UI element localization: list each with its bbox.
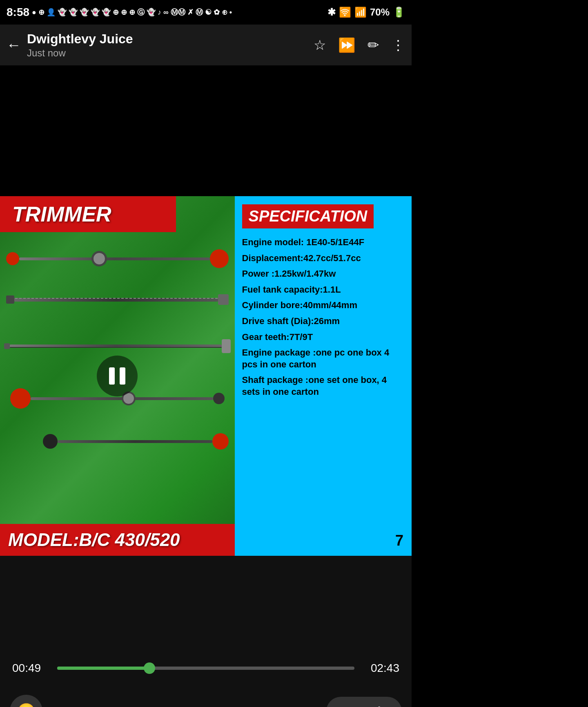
spec-item-6: Drive shaft (Dia):26mm [242, 315, 404, 327]
below-video-space [0, 556, 412, 646]
status-right-icons: ✱ 🛜 📶 70% 🔋 [327, 7, 405, 18]
reply-icon: ↩ [341, 704, 351, 707]
progress-fill [57, 667, 149, 670]
progress-bar-area[interactable]: 00:49 02:43 [0, 646, 412, 691]
spec-item-4: Fuel tank capacity:1.1L [242, 284, 404, 296]
pause-icon [109, 367, 125, 385]
emoji-icon: 😊 [17, 703, 36, 707]
spec-page-number: 7 [395, 532, 403, 549]
spec-title-box: SPECIFICATION [242, 204, 374, 228]
current-time: 00:49 [12, 662, 49, 675]
more-icon[interactable]: ⋮ [391, 37, 405, 53]
emoji-button[interactable]: 😊 [10, 695, 42, 707]
spec-item-7: Gear teeth:7T/9T [242, 331, 404, 343]
video-player[interactable]: TRIMMER [0, 196, 412, 556]
status-icons: ● ⊕ 👤 👻 👻 👻 👻 👻 ⊕ ⊕ ⊕ Ⓖ 👻 ♪ ∞ ⓂⓂ ✗ Ⓜ ☯ ✿… [32, 7, 232, 17]
edit-icon[interactable]: ✏ [368, 37, 379, 53]
battery-level: 70% [370, 7, 390, 18]
model-label: MODEL:B/C 430/520 [8, 530, 180, 550]
total-time: 02:43 [363, 662, 399, 675]
wifi-icon: 🛜 [339, 7, 351, 18]
reply-label: Reply [356, 705, 387, 707]
header: ← Dwightlevy Juice Just now ☆ ⏩ ✏ ⋮ [0, 25, 412, 65]
forward-icon[interactable]: ⏩ [338, 37, 355, 53]
contact-info: Dwightlevy Juice Just now [27, 31, 314, 59]
spec-item-2: Displacement:42.7cc/51.7cc [242, 253, 404, 264]
signal-icon: 📶 [354, 7, 367, 18]
video-right-panel: SPECIFICATION Engine model: 1E40-5/1E44F… [235, 196, 412, 556]
video-left-panel: TRIMMER [0, 196, 235, 556]
pause-button[interactable] [97, 356, 138, 396]
status-time: 8:58 [7, 6, 29, 19]
spec-title: SPECIFICATION [249, 208, 368, 225]
spec-item-8: Engine package :one pc one box 4 pcs in … [242, 347, 404, 370]
contact-name: Dwightlevy Juice [27, 31, 314, 47]
progress-track[interactable] [57, 667, 354, 670]
action-bar: 😊 ↩ Reply [0, 691, 412, 707]
bluetooth-icon: ✱ [327, 7, 336, 18]
progress-thumb[interactable] [144, 662, 155, 674]
trimmer-title: TRIMMER [12, 202, 111, 226]
spec-item-9: Shaft package :one set one box, 4 sets i… [242, 374, 404, 398]
trimmer-title-box: TRIMMER [0, 196, 176, 232]
back-button[interactable]: ← [7, 36, 21, 54]
black-space-above [0, 65, 412, 196]
reply-button[interactable]: ↩ Reply [326, 697, 402, 707]
battery-icon: 🔋 [393, 7, 405, 18]
model-label-box: MODEL:B/C 430/520 [0, 524, 235, 556]
spec-item-1: Engine model: 1E40-5/1E44F [242, 237, 404, 248]
spec-list: Engine model: 1E40-5/1E44F Displacement:… [242, 237, 404, 398]
header-actions: ☆ ⏩ ✏ ⋮ [314, 37, 405, 53]
status-bar: 8:58 ● ⊕ 👤 👻 👻 👻 👻 👻 ⊕ ⊕ ⊕ Ⓖ 👻 ♪ ∞ ⓂⓂ ✗ … [0, 0, 412, 25]
spec-item-5: Cylinder bore:40mm/44mm [242, 300, 404, 311]
message-time: Just now [27, 47, 314, 59]
star-icon[interactable]: ☆ [314, 37, 326, 53]
spec-item-3: Power :1.25kw/1.47kw [242, 268, 404, 280]
